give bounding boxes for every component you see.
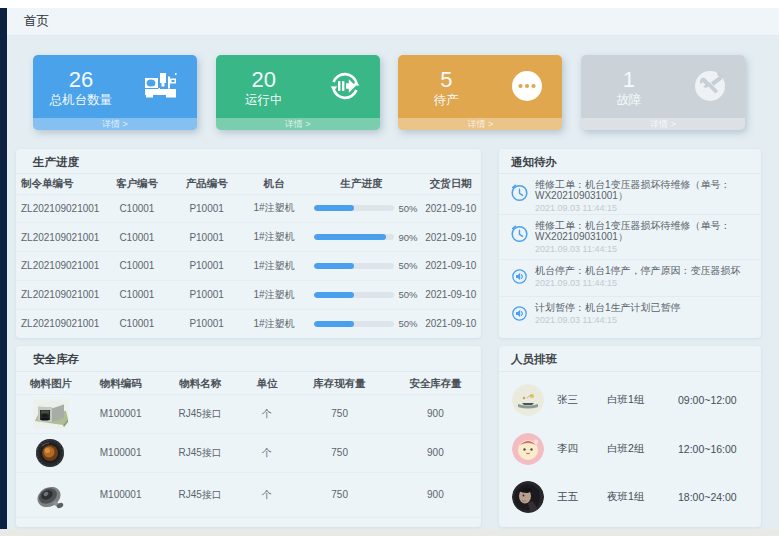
customer-no-cell: C10001 xyxy=(107,194,167,223)
running-label: 运行中 xyxy=(245,93,283,107)
progress-cell: 50% xyxy=(302,309,421,338)
inventory-row[interactable]: M100001RJ45接口个750900 xyxy=(16,433,481,472)
material-image-cell xyxy=(16,433,86,472)
inventory-row[interactable]: M100001RJ45接口个750900 xyxy=(16,472,481,517)
notice-item[interactable]: 计划暂停：机台1生产计划已暂停2021.09.03 11:44:15 xyxy=(499,297,761,338)
waiting-detail-link[interactable]: 详情 > xyxy=(398,118,562,130)
material-image-cell xyxy=(16,472,86,517)
machine-cell: 1#注塑机 xyxy=(246,194,302,223)
schedule-row[interactable]: 张三白班1组09:00~12:00 xyxy=(499,376,761,424)
column-header: 客户编号 xyxy=(107,174,167,194)
progress-percent: 50% xyxy=(399,318,421,329)
staff-name: 张三 xyxy=(557,393,578,407)
unit-cell: 个 xyxy=(245,394,290,433)
notice-texts: 计划暂停：机台1生产计划已暂停2021.09.03 11:44:15 xyxy=(535,303,681,338)
machine-icon xyxy=(145,69,179,103)
progress-bar xyxy=(314,321,394,327)
safety-qty-cell: 900 xyxy=(390,433,481,472)
staff-name: 王五 xyxy=(557,490,578,504)
inventory-table: 物料图片 物料编码 物料名称 单位 库存现有量 安全库存量 M100001RJ4… xyxy=(16,372,481,518)
column-header: 单位 xyxy=(245,372,290,394)
machine-cell: 1#注塑机 xyxy=(246,309,302,338)
column-header: 交货日期 xyxy=(421,174,481,194)
running-detail-link[interactable]: 详情 > xyxy=(216,118,380,130)
progress-bar xyxy=(314,234,394,240)
staff-shift: 白班1组 xyxy=(607,393,644,407)
stat-card-fault[interactable]: 1 故障 详情 > xyxy=(581,55,745,130)
material-name-cell: RJ45接口 xyxy=(156,472,245,517)
delivery-date-cell: 2021-09-10 xyxy=(421,194,481,223)
safety-inventory-title: 安全库存 xyxy=(16,346,481,372)
progress-bar xyxy=(314,205,394,211)
stat-card-body: 5 待产 xyxy=(398,55,562,118)
order-no-cell: ZL202109021001 xyxy=(16,280,107,309)
notice-text: 维修工单：机台1变压器损坏待维修（单号：WX202109031001） xyxy=(535,180,751,202)
staff-time: 12:00~16:00 xyxy=(678,443,737,455)
staff-schedule-title: 人员排班 xyxy=(499,346,761,372)
progress-percent: 90% xyxy=(399,232,421,243)
stat-card-total-machines[interactable]: 26 总机台数量 xyxy=(33,55,197,130)
stat-card-body: 26 总机台数量 xyxy=(33,55,197,118)
total-machines-label: 总机台数量 xyxy=(50,93,113,107)
material-image-cell xyxy=(16,394,86,433)
notice-texts: 维修工单：机台1变压器损坏待维修（单号：WX202109031001）2021.… xyxy=(535,221,751,259)
notice-timestamp: 2021.09.03 11:44:15 xyxy=(535,315,681,326)
total-machines-detail-link[interactable]: 详情 > xyxy=(33,118,197,130)
horizontal-scrollbar-track[interactable] xyxy=(0,529,779,536)
notice-timestamp: 2021.09.03 11:44:15 xyxy=(535,278,741,289)
staff-shift: 白班2组 xyxy=(607,442,644,456)
safety-qty-cell: 900 xyxy=(390,394,481,433)
schedule-row[interactable]: 王五夜班1组18:00~24:00 xyxy=(499,473,761,521)
product-no-cell: P10001 xyxy=(167,309,246,338)
notice-item[interactable]: 机台停产：机台1停产，停产原因：变压器损坏2021.09.03 11:44:15 xyxy=(499,260,761,297)
machine-cell: 1#注塑机 xyxy=(246,280,302,309)
material-name-cell: RJ45接口 xyxy=(156,394,245,433)
stat-card-waiting[interactable]: 5 待产 详情 > xyxy=(398,55,562,130)
production-row[interactable]: ZL202109021001C10001P100011#注塑机50%2021-0… xyxy=(16,194,481,223)
production-row[interactable]: ZL202109021001C10001P100011#注塑机90%2021-0… xyxy=(16,223,481,252)
notice-timestamp: 2021.09.03 11:44:15 xyxy=(535,203,751,214)
staff-schedule-panel: 人员排班 张三白班1组09:00~12:00李四白班2组12:00~16:00王… xyxy=(499,346,761,527)
fault-value: 1 xyxy=(623,68,635,91)
column-header: 物料名称 xyxy=(156,372,245,394)
delivery-date-cell: 2021-09-10 xyxy=(421,223,481,252)
left-edge-sliver xyxy=(0,8,7,529)
tab-home[interactable]: 首页 xyxy=(24,13,49,30)
product-no-cell: P10001 xyxy=(167,223,246,252)
material-code-cell: M100001 xyxy=(86,433,156,472)
production-row[interactable]: ZL202109021001C10001P100011#注塑机50%2021-0… xyxy=(16,309,481,338)
progress-cell: 50% xyxy=(302,252,421,281)
production-table: 制令单编号 客户编号 产品编号 机台 生产进度 交货日期 ZL202109021… xyxy=(16,174,481,338)
stock-qty-cell: 750 xyxy=(289,433,389,472)
dashboard-screen: 首页 26 总机台数量 xyxy=(0,0,779,536)
waiting-label: 待产 xyxy=(434,93,459,107)
schedule-row[interactable]: 李四白班2组12:00~16:00 xyxy=(499,425,761,473)
staff-time: 09:00~12:00 xyxy=(678,394,737,406)
stat-card-running[interactable]: 20 运行中 详情 > xyxy=(216,55,380,130)
waiting-value: 5 xyxy=(440,68,452,91)
production-row[interactable]: ZL202109021001C10001P100011#注塑机50%2021-0… xyxy=(16,280,481,309)
stock-qty-cell: 750 xyxy=(289,472,389,517)
notices-panel: 通知待办 维修工单：机台1变压器损坏待维修（单号：WX202109031001）… xyxy=(499,149,761,338)
stat-card-numbers: 20 运行中 xyxy=(216,66,312,107)
clock-icon xyxy=(510,224,529,259)
progress-percent: 50% xyxy=(399,289,421,300)
staff-name: 李四 xyxy=(557,442,578,456)
notice-timestamp: 2021.09.03 11:44:15 xyxy=(535,244,751,255)
speaker-icon xyxy=(510,306,529,338)
production-progress-panel: 生产进度 制令单编号 客户编号 产品编号 机台 生产进度 交货日期 ZL2021… xyxy=(16,149,481,338)
delivery-date-cell: 2021-09-10 xyxy=(421,280,481,309)
customer-no-cell: C10001 xyxy=(107,223,167,252)
fault-detail-link[interactable]: 详情 > xyxy=(581,118,745,130)
production-row[interactable]: ZL202109021001C10001P100011#注塑机50%2021-0… xyxy=(16,252,481,281)
production-progress-title: 生产进度 xyxy=(16,149,481,174)
notice-item[interactable]: 维修工单：机台1变压器损坏待维修（单号：WX202109031001）2021.… xyxy=(499,215,761,260)
notice-item[interactable]: 维修工单：机台1变压器损坏待维修（单号：WX202109031001）2021.… xyxy=(499,174,761,215)
order-no-cell: ZL202109021001 xyxy=(16,309,107,338)
material-code-cell: M100001 xyxy=(86,394,156,433)
speaker-cone-photo xyxy=(33,480,69,510)
inventory-row[interactable]: M100001RJ45接口个750900 xyxy=(16,394,481,433)
progress-cell: 50% xyxy=(302,280,421,309)
total-machines-value: 26 xyxy=(69,68,93,91)
column-header: 生产进度 xyxy=(302,174,421,194)
